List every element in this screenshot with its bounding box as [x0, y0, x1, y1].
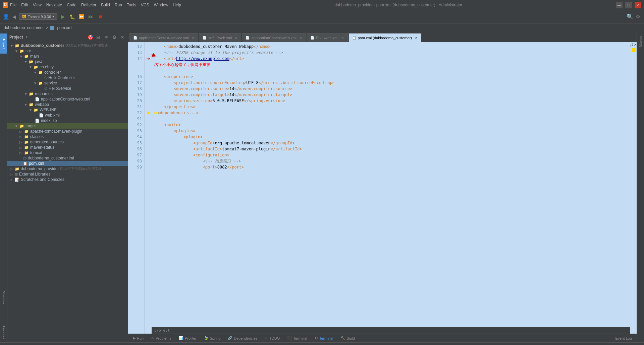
tree-item-scratches[interactable]: ▷ 📝 Scratches and Consoles — [7, 177, 128, 182]
gutter-92 — [145, 122, 152, 128]
debug-button[interactable]: 🐛 — [68, 13, 76, 21]
menu-edit[interactable]: Edit — [21, 3, 28, 7]
menu-file[interactable]: File — [10, 3, 16, 7]
tree-item-service[interactable]: ▼ 📁 service — [7, 80, 128, 86]
bottom-tab-problems[interactable]: ⚠ Problems — [148, 335, 174, 341]
menu-help[interactable]: Help — [173, 3, 181, 7]
tree-item-webapp[interactable]: ▼ 📁 webapp — [7, 102, 128, 107]
tab-d-web[interactable]: 📄 D:\...\web.xml ✕ — [307, 33, 348, 42]
run-tab-label: Run — [137, 336, 144, 340]
tree-item-src[interactable]: ▼ 📁 src — [7, 48, 128, 54]
locate-file-button[interactable]: 🎯 — [87, 34, 94, 41]
tree-item-webxml[interactable]: 📄 web.xml — [7, 113, 128, 118]
run-button[interactable]: ▶ — [59, 13, 67, 21]
bottom-tab-profiler[interactable]: 📊 Profiler — [175, 335, 200, 341]
tab-icon: 📋 — [352, 36, 356, 40]
project-tool-button[interactable]: Project — [0, 33, 7, 54]
tree-item-iml[interactable]: 🗃 dubbodemo_customer.iml — [7, 155, 128, 161]
project-panel-dropdown[interactable]: ▾ — [26, 35, 28, 39]
tree-item-classes[interactable]: ▷ 📁 classes — [7, 134, 128, 139]
close-button[interactable]: ✕ — [635, 2, 641, 8]
tree-item-appcontext-web[interactable]: 📄 applicationContext-web.xml — [7, 96, 128, 102]
tab-appcontext-service[interactable]: 📄 applicationContext-service.xml ✕ — [129, 33, 198, 42]
menu-vcs[interactable]: VCS — [141, 3, 149, 7]
tab-close[interactable]: ✕ — [341, 36, 344, 40]
menu-view[interactable]: View — [33, 3, 42, 7]
stop-button[interactable]: ■ — [96, 13, 104, 21]
search-everywhere-button[interactable]: 🔍 — [627, 13, 633, 20]
tab-close[interactable]: ✕ — [192, 36, 195, 40]
tree-item-tomcat[interactable]: ▷ 📁 tomcat — [7, 150, 128, 155]
tree-label: Scratches and Consoles — [21, 177, 64, 182]
structure-tool-button[interactable]: Structure — [0, 287, 7, 307]
tree-label: target — [25, 124, 36, 128]
tree-item-cnebuy[interactable]: ▼ 📁 cn.ebuy — [7, 64, 128, 70]
bottom-tab-build[interactable]: 🔨 Build — [337, 335, 358, 341]
close-panel-button[interactable]: ✕ — [119, 34, 126, 41]
menu-run[interactable]: Run — [115, 3, 122, 7]
menu-tools[interactable]: Tools — [127, 3, 136, 7]
bottom-tab-terminal[interactable]: ⬛ Terminal — [284, 335, 311, 341]
maven-panel[interactable]: Maven — [637, 32, 644, 342]
file-name-part[interactable]: pom.xml — [57, 25, 72, 30]
menu-build[interactable]: Build — [101, 3, 110, 7]
menu-code[interactable]: Code — [67, 3, 76, 7]
tab-appcontext-web[interactable]: 📄 applicationContext-web.xml ✕ — [242, 33, 306, 42]
tree-item-java[interactable]: ▼ 📂 java — [7, 59, 128, 64]
bottom-tab-dependencies[interactable]: 🔗 Dependencies — [224, 335, 261, 341]
profile-button[interactable]: 👤 — [3, 13, 9, 20]
tree-item-target[interactable]: ▼ 📁 target — [7, 123, 128, 129]
warning-dot-22 — [147, 112, 150, 114]
menu-refactor[interactable]: Refactor — [81, 3, 96, 7]
gutter-21 — [145, 104, 152, 110]
tree-item-tomcat-plugin[interactable]: ▷ 📁 apache-tomcat-maven-plugin — [7, 129, 128, 134]
tab-close[interactable]: ✕ — [235, 36, 237, 40]
tab-close[interactable]: ✕ — [300, 36, 302, 40]
tree-item-main[interactable]: ▼ 📁 main — [7, 54, 128, 59]
project-path-part[interactable]: dubbodemo_customer — [4, 25, 44, 30]
path-bar: dubbodemo_customer > pom.xml — [0, 23, 644, 32]
main-area: Project Structure Favorites Project ▾ 🎯 … — [0, 32, 644, 342]
profile-run-button[interactable]: ⏭ — [87, 13, 95, 21]
tree-item-generated[interactable]: ▷ 📁 generated-sources — [7, 139, 128, 145]
run-config-selector[interactable]: 🐱 Tomcat 9.0.36 ▾ — [19, 13, 57, 20]
tree-item-indexjsp[interactable]: 📄 index.jsp — [7, 118, 128, 123]
code-content[interactable]: <name>dubbodemo_customer Maven Webapp</n… — [152, 42, 630, 334]
tree-item-ext-libs[interactable]: ▷ ⊞ External Libraries — [7, 171, 128, 177]
minimize-button[interactable]: — — [616, 2, 623, 8]
tree-item-pom[interactable]: 📋 pom.xml — [7, 161, 128, 166]
tree-settings-button[interactable]: ⚙ — [111, 34, 118, 41]
back-button[interactable]: ◀ — [11, 13, 17, 20]
bottom-tab-spring[interactable]: 🍃 Spring — [201, 335, 224, 341]
tree-label: maven-status — [30, 145, 54, 150]
maven-panel-label[interactable]: Maven — [639, 33, 643, 50]
tab-src-web[interactable]: 📄 src\...\web.xml ✕ — [199, 33, 241, 42]
bottom-tab-services[interactable]: ⚙ Terminal — [311, 335, 337, 341]
tree-item-webinf[interactable]: ▼ 📁 WEB-INF — [7, 107, 128, 113]
tree-item-hellocontroller[interactable]: © HelloController — [7, 75, 128, 80]
tree-item-controller[interactable]: ▼ 📁 controller — [7, 70, 128, 75]
tab-pom-customer[interactable]: 📋 pom.xml (dubbodemo_customer) ✕ — [348, 33, 421, 42]
bottom-tab-event-log[interactable]: Event Log — [612, 336, 635, 341]
bottom-tab-todo[interactable]: ✓ TODO — [262, 335, 283, 341]
line-num-91: 91 — [128, 116, 145, 122]
tree-item-provider[interactable]: ▷ 📁 dubbodemo_provider D:\大三下学期java学习\实训 — [7, 166, 128, 171]
run-with-coverage-button[interactable]: ⏩ — [77, 13, 86, 21]
settings-button[interactable]: ⚙ — [635, 13, 641, 20]
maximize-button[interactable]: □ — [625, 2, 632, 8]
collapse-marker[interactable]: ⊟ — [154, 111, 157, 115]
favorites-tool-button[interactable]: Favorites — [0, 322, 7, 342]
tab-close[interactable]: ✕ — [415, 36, 418, 40]
collapse-all-button[interactable]: ⊟ — [95, 34, 102, 41]
tree-item-root-customer[interactable]: ▼ 📁 dubbodemo_customer D:\大三下学期java学习\实训 — [7, 43, 128, 48]
tree-item-maven-status[interactable]: ▷ 📁 maven-status — [7, 145, 128, 150]
menu-window[interactable]: Window — [154, 3, 168, 7]
menu-navigate[interactable]: Navigate — [46, 3, 62, 7]
run-config-dropdown[interactable]: ▾ — [52, 14, 54, 19]
tab-icon: 📄 — [310, 36, 314, 40]
bottom-tab-run[interactable]: ▶ Run — [129, 335, 147, 341]
expand-all-button[interactable]: ≡ — [103, 34, 110, 41]
line-num-16: 16 — [128, 74, 145, 80]
tree-item-resources[interactable]: ▼ 📁 resources — [7, 91, 128, 96]
tree-item-helloservice[interactable]: ① HelloService — [7, 86, 128, 91]
